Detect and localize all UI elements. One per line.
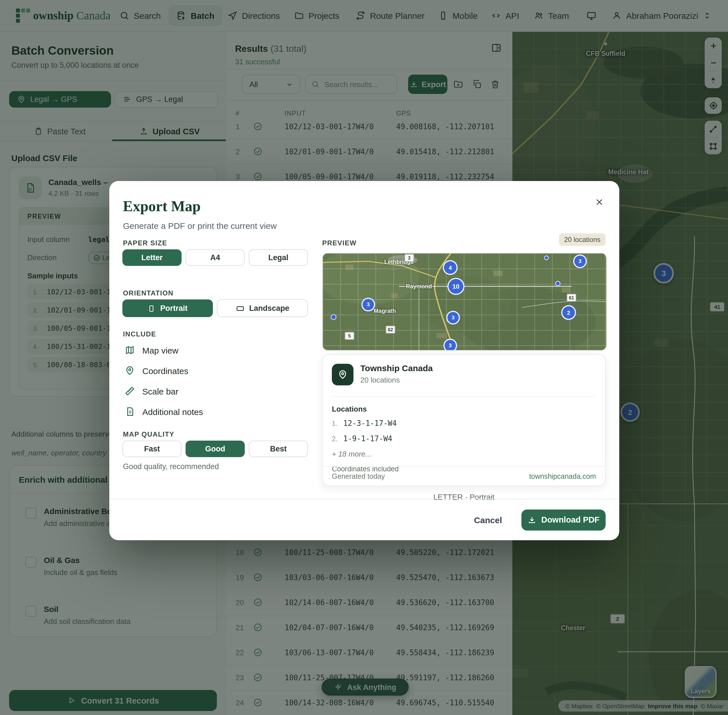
orientation-landscape-chip[interactable]: Landscape: [217, 299, 308, 317]
include-label: INCLUDE: [123, 330, 156, 338]
include-additional-notes[interactable]: Additional notes: [125, 406, 203, 417]
minimap-place-label: Raymond: [406, 283, 432, 290]
minimap-road-shield: 5: [345, 332, 354, 340]
modal-footer: Cancel Download PDF: [109, 499, 619, 540]
minimap-cluster-marker: 3: [573, 255, 587, 268]
include-scale-bar[interactable]: Scale bar: [125, 386, 178, 396]
file-text-icon: [125, 406, 135, 417]
paper-size-label: PAPER SIZE: [123, 239, 167, 247]
location-item: 1.12-3-1-17-W4: [332, 419, 397, 427]
export-summary-card: Township Canada 20 locations Locations 1…: [322, 354, 606, 486]
locations-heading: Locations: [332, 405, 367, 413]
download-icon: [528, 516, 536, 524]
map-quality-label: MAP QUALITY: [123, 430, 175, 438]
orientation-label: ORIENTATION: [123, 289, 173, 297]
minimap-location-dot: [331, 314, 336, 320]
divider: [332, 396, 596, 397]
landscape-icon: [235, 304, 244, 313]
modal-title: Export Map: [123, 198, 200, 215]
paper-a4-chip[interactable]: A4: [185, 249, 245, 266]
more-locations: + 18 more...: [332, 450, 371, 458]
export-map-modal: Export Map Generate a PDF or print the c…: [109, 181, 619, 540]
locations-count-badge: 20 locations: [559, 234, 606, 246]
minimap-place-label: Magrath: [374, 308, 396, 314]
quality-note: Good quality, recommended: [123, 462, 219, 471]
include-coordinates[interactable]: Coordinates: [125, 365, 188, 376]
close-icon[interactable]: [591, 193, 608, 211]
brand-pin-icon: [332, 364, 353, 385]
minimap-location-dot: [544, 256, 549, 260]
minimap-road-shield: 62: [386, 326, 395, 333]
site-link[interactable]: townshipcanada.com: [529, 472, 596, 480]
quality-best-chip[interactable]: Best: [249, 440, 308, 457]
ruler-icon: [125, 386, 135, 396]
location-item: 2.1-9-1-17-W4: [332, 434, 392, 443]
include-map-view[interactable]: Map view: [125, 345, 178, 355]
minimap-cluster-marker: 3: [446, 311, 460, 324]
generated-label: Generated today: [332, 472, 385, 480]
brand-location-count: 20 locations: [360, 376, 400, 384]
minimap-cluster-marker: 3: [362, 298, 375, 311]
minimap-cluster-marker: 3: [443, 339, 457, 351]
orientation-portrait-chip[interactable]: Portrait: [122, 299, 213, 317]
pin-icon: [125, 365, 135, 376]
cancel-button[interactable]: Cancel: [474, 515, 502, 525]
download-pdf-button[interactable]: Download PDF: [522, 509, 606, 530]
minimap-location-dot: [555, 281, 561, 286]
minimap-cluster-marker: 10: [448, 278, 464, 295]
quality-good-chip[interactable]: Good: [185, 440, 245, 457]
minimap-cluster-marker: 2: [561, 305, 576, 320]
minimap-road-shield: 3: [404, 254, 414, 262]
brand-name: Township Canada: [360, 363, 433, 373]
minimap-cluster-marker: 4: [443, 260, 458, 275]
paper-legal-chip[interactable]: Legal: [249, 249, 308, 266]
preview-label: PREVIEW: [322, 239, 357, 247]
app-window: ownship Canada Search Batch Directions P…: [0, 0, 728, 715]
card-footer: Generated today townshipcanada.com: [323, 466, 605, 486]
modal-subtitle: Generate a PDF or print the current view: [123, 221, 277, 231]
map-icon: [125, 345, 135, 355]
portrait-icon: [148, 304, 156, 312]
quality-fast-chip[interactable]: Fast: [122, 440, 182, 457]
minimap-road-shield: 61: [567, 294, 576, 302]
paper-letter-chip[interactable]: Letter: [122, 249, 182, 266]
map-preview-thumbnail: LethbridgeRaymondMagrath 361625 41033323: [322, 253, 607, 351]
